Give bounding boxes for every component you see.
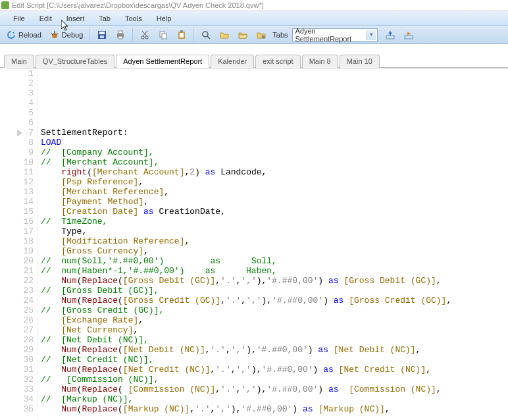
code-line[interactable]: // num(Haben*-1,'#.##0,00') as Haben, <box>41 266 451 276</box>
code-line[interactable]: [Payment Method], <box>41 197 451 207</box>
paste-button[interactable] <box>173 28 190 42</box>
line-number: 12 <box>7 177 34 187</box>
menu-help[interactable]: Help <box>150 13 178 24</box>
line-number: 21 <box>7 266 34 276</box>
svg-point-19 <box>203 32 208 37</box>
copy-button[interactable] <box>155 28 172 42</box>
code-line[interactable]: // [Merchant Account], <box>41 157 451 167</box>
script-tab[interactable]: Adyen SettlementReport <box>116 55 209 68</box>
code-line[interactable]: Num(Replace([Gross Debit (GC)],'.',','),… <box>41 276 451 286</box>
tabs-combo[interactable]: Adyen SettlementReport ▼ <box>292 28 378 41</box>
code-line[interactable] <box>41 88 451 98</box>
code-line[interactable] <box>41 98 451 108</box>
svg-line-13 <box>142 31 147 36</box>
code-line[interactable]: // num(Soll,'#.##0,00') as Soll, <box>41 256 451 266</box>
code-line[interactable]: LOAD <box>41 138 451 147</box>
bug-icon <box>49 30 60 40</box>
reload-button[interactable]: Reload <box>3 28 45 42</box>
chevron-down-icon: ▼ <box>367 30 376 40</box>
search-button[interactable] <box>197 28 215 42</box>
line-number: 31 <box>7 365 34 375</box>
code-line[interactable]: [Modification Reference], <box>41 236 451 246</box>
code-line[interactable]: // [Commission (NC)], <box>41 375 451 384</box>
copy-icon <box>158 30 168 40</box>
reload-label: Reload <box>18 31 41 39</box>
save-button[interactable] <box>93 28 111 42</box>
script-tab[interactable]: Main 8 <box>302 55 338 68</box>
menu-edit[interactable]: Edit <box>33 13 59 24</box>
line-number: 1 <box>7 68 34 78</box>
code-line[interactable]: // [Company Account], <box>41 147 451 157</box>
menu-tools[interactable]: Tools <box>118 13 149 24</box>
menu-insert[interactable]: Insert <box>60 13 91 24</box>
code-line[interactable]: [Exchange Rate], <box>41 315 451 325</box>
menu-tab[interactable]: Tab <box>92 13 117 24</box>
script-tab[interactable]: Kalender <box>211 55 254 68</box>
code-line[interactable] <box>41 108 451 118</box>
debug-button[interactable]: Debug <box>46 28 86 42</box>
folder2-button[interactable] <box>234 28 251 42</box>
code-line[interactable] <box>41 118 451 128</box>
code-line[interactable]: // [Markup (NC)], <box>41 394 451 404</box>
svg-point-21 <box>262 35 265 38</box>
script-editor[interactable]: 1234567891011121314151617181920212223242… <box>7 68 508 420</box>
tab-promote-button[interactable] <box>382 28 399 42</box>
reload-icon <box>6 30 16 40</box>
code-line[interactable]: // [Gross Credit (GC)], <box>41 305 451 315</box>
svg-rect-18 <box>180 30 183 32</box>
tab-up-icon <box>385 30 395 40</box>
script-tab[interactable]: Main 10 <box>340 55 380 68</box>
menu-file[interactable]: File <box>7 13 32 24</box>
code-line[interactable] <box>41 78 451 88</box>
debug-label: Debug <box>62 31 83 39</box>
code-line[interactable]: // [Gross Debit (GC)], <box>41 286 451 296</box>
code-line[interactable]: [Creation Date] as CreationDate, <box>41 207 451 217</box>
folder-icon <box>219 30 230 40</box>
code-line[interactable]: Num(Replace([Markup (NC)],'.',','),'#.##… <box>41 404 451 414</box>
svg-line-2 <box>51 34 53 35</box>
code-line[interactable]: [Gross Currency], <box>41 246 451 256</box>
title-bar: Edit Script [C:\Users\jalvarez\Dropbox\d… <box>0 0 508 11</box>
script-tab[interactable]: QV_StructureTables <box>36 55 114 68</box>
svg-line-12 <box>143 31 147 36</box>
code-line[interactable]: // [Net Credit (NC)], <box>41 355 451 365</box>
tab-next-button[interactable] <box>400 28 417 42</box>
window-title: Edit Script [C:\Users\jalvarez\Dropbox\d… <box>12 1 264 9</box>
line-number: 8 <box>7 138 34 147</box>
floppy-icon <box>97 30 107 40</box>
print-button[interactable] <box>112 28 129 42</box>
code-line[interactable]: [Merchant Reference], <box>41 187 451 197</box>
code-line[interactable]: Type, <box>41 226 451 236</box>
folder3-button[interactable] <box>253 28 270 42</box>
folder-button[interactable] <box>216 28 233 42</box>
separator <box>193 28 194 41</box>
line-number: 23 <box>7 286 34 296</box>
line-number: 15 <box>7 207 34 217</box>
cut-button[interactable] <box>136 28 153 42</box>
code-line[interactable]: Num(Replace([Net Credit (NC)],'.',','),'… <box>41 365 451 375</box>
code-line[interactable]: Num(Replace([Gross Credit (GC)],'.',',')… <box>41 296 451 305</box>
scissors-icon <box>140 30 150 40</box>
line-number: 2 <box>7 78 34 88</box>
script-tab[interactable]: Main <box>4 55 34 68</box>
svg-point-10 <box>141 36 144 38</box>
script-tab-strip: MainQV_StructureTablesAdyen SettlementRe… <box>0 53 508 68</box>
line-number-gutter: 1234567891011121314151617181920212223242… <box>7 68 38 420</box>
script-tab[interactable]: exit script <box>255 55 300 68</box>
code-line[interactable]: right([Merchant Account],2) as Landcode, <box>41 167 451 177</box>
code-line[interactable]: [Psp Reference], <box>41 177 451 187</box>
code-line[interactable]: [Net Currency], <box>41 325 451 335</box>
line-number: 3 <box>7 88 34 98</box>
code-line[interactable]: Num(Replace([Net Debit (NC)],'.',','),'#… <box>41 345 451 355</box>
printer-icon <box>115 30 126 40</box>
code-line[interactable]: Num(Replace( [Commission (NC)],'.',','),… <box>41 384 451 394</box>
svg-rect-9 <box>118 36 122 39</box>
code-area[interactable]: SettlementReport:LOAD// [Company Account… <box>38 68 451 420</box>
menu-bar: FileEditInsertTabToolsHelp <box>0 11 508 26</box>
code-line[interactable] <box>41 68 451 78</box>
code-line[interactable]: // [Net Debit (NC)], <box>41 335 451 345</box>
line-number: 35 <box>7 404 34 414</box>
code-line[interactable]: // TimeZone, <box>41 217 451 226</box>
code-line[interactable]: SettlementReport: <box>41 128 451 138</box>
svg-rect-22 <box>386 36 394 39</box>
